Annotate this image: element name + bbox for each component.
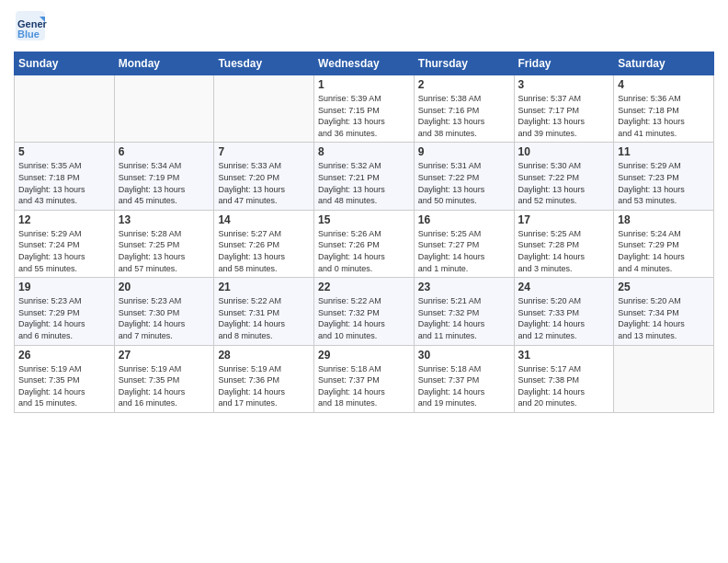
calendar-cell: 5Sunrise: 5:35 AM Sunset: 7:18 PM Daylig… (15, 143, 115, 210)
calendar-week-row: 19Sunrise: 5:23 AM Sunset: 7:29 PM Dayli… (15, 278, 714, 345)
day-number: 27 (119, 349, 210, 362)
day-info: Sunrise: 5:25 AM Sunset: 7:27 PM Dayligh… (418, 228, 510, 274)
calendar-cell: 6Sunrise: 5:34 AM Sunset: 7:19 PM Daylig… (114, 143, 214, 210)
day-number: 4 (618, 78, 710, 91)
calendar-cell: 15Sunrise: 5:26 AM Sunset: 7:26 PM Dayli… (314, 210, 415, 277)
calendar-cell: 12Sunrise: 5:29 AM Sunset: 7:24 PM Dayli… (15, 210, 115, 277)
logo: General Blue (14, 9, 51, 46)
calendar-cell: 23Sunrise: 5:21 AM Sunset: 7:32 PM Dayli… (414, 278, 514, 345)
calendar-cell (614, 345, 714, 412)
day-number: 24 (518, 281, 610, 293)
day-info: Sunrise: 5:32 AM Sunset: 7:21 PM Dayligh… (318, 160, 410, 206)
calendar-cell: 25Sunrise: 5:20 AM Sunset: 7:34 PM Dayli… (614, 278, 714, 345)
calendar-cell: 22Sunrise: 5:22 AM Sunset: 7:32 PM Dayli… (314, 278, 415, 345)
weekday-header: Tuesday (214, 52, 314, 75)
day-number: 25 (618, 281, 710, 293)
svg-text:Blue: Blue (17, 29, 40, 40)
header: General Blue (14, 9, 714, 46)
weekday-header: Thursday (414, 52, 514, 75)
calendar-week-row: 12Sunrise: 5:29 AM Sunset: 7:24 PM Dayli… (15, 210, 714, 277)
calendar-cell: 13Sunrise: 5:28 AM Sunset: 7:25 PM Dayli… (114, 210, 214, 277)
calendar-cell (114, 75, 214, 143)
day-number: 31 (518, 349, 610, 362)
day-number: 5 (18, 145, 110, 158)
day-info: Sunrise: 5:34 AM Sunset: 7:19 PM Dayligh… (119, 160, 210, 206)
day-info: Sunrise: 5:25 AM Sunset: 7:28 PM Dayligh… (518, 228, 610, 274)
day-info: Sunrise: 5:29 AM Sunset: 7:23 PM Dayligh… (618, 160, 710, 206)
day-info: Sunrise: 5:19 AM Sunset: 7:36 PM Dayligh… (218, 363, 310, 409)
day-info: Sunrise: 5:23 AM Sunset: 7:29 PM Dayligh… (18, 295, 110, 341)
day-info: Sunrise: 5:18 AM Sunset: 7:37 PM Dayligh… (318, 363, 410, 409)
day-number: 22 (318, 281, 410, 293)
day-number: 26 (18, 349, 110, 362)
day-info: Sunrise: 5:24 AM Sunset: 7:29 PM Dayligh… (618, 228, 710, 274)
day-info: Sunrise: 5:31 AM Sunset: 7:22 PM Dayligh… (418, 160, 510, 206)
weekday-header: Wednesday (314, 52, 415, 75)
day-info: Sunrise: 5:39 AM Sunset: 7:15 PM Dayligh… (318, 93, 410, 139)
day-number: 30 (418, 349, 510, 362)
calendar-cell: 3Sunrise: 5:37 AM Sunset: 7:17 PM Daylig… (514, 75, 614, 143)
calendar-cell: 2Sunrise: 5:38 AM Sunset: 7:16 PM Daylig… (414, 75, 514, 143)
calendar-cell: 14Sunrise: 5:27 AM Sunset: 7:26 PM Dayli… (214, 210, 314, 277)
day-info: Sunrise: 5:26 AM Sunset: 7:26 PM Dayligh… (318, 228, 410, 274)
day-number: 3 (518, 78, 610, 91)
day-number: 11 (618, 145, 710, 158)
day-number: 18 (618, 213, 710, 226)
calendar-cell: 18Sunrise: 5:24 AM Sunset: 7:29 PM Dayli… (614, 210, 714, 277)
day-info: Sunrise: 5:20 AM Sunset: 7:34 PM Dayligh… (618, 295, 710, 341)
day-info: Sunrise: 5:38 AM Sunset: 7:16 PM Dayligh… (418, 93, 510, 139)
day-number: 20 (119, 281, 210, 293)
calendar-cell: 20Sunrise: 5:23 AM Sunset: 7:30 PM Dayli… (114, 278, 214, 345)
calendar-week-row: 1Sunrise: 5:39 AM Sunset: 7:15 PM Daylig… (15, 75, 714, 143)
day-info: Sunrise: 5:21 AM Sunset: 7:32 PM Dayligh… (418, 295, 510, 341)
calendar-cell: 9Sunrise: 5:31 AM Sunset: 7:22 PM Daylig… (414, 143, 514, 210)
day-info: Sunrise: 5:18 AM Sunset: 7:37 PM Dayligh… (418, 363, 510, 409)
calendar-cell (15, 75, 115, 143)
calendar-cell: 28Sunrise: 5:19 AM Sunset: 7:36 PM Dayli… (214, 345, 314, 412)
day-info: Sunrise: 5:23 AM Sunset: 7:30 PM Dayligh… (119, 295, 210, 341)
day-info: Sunrise: 5:19 AM Sunset: 7:35 PM Dayligh… (18, 363, 110, 409)
calendar-week-row: 5Sunrise: 5:35 AM Sunset: 7:18 PM Daylig… (15, 143, 714, 210)
calendar-cell: 1Sunrise: 5:39 AM Sunset: 7:15 PM Daylig… (314, 75, 415, 143)
weekday-header: Sunday (15, 52, 115, 75)
day-info: Sunrise: 5:29 AM Sunset: 7:24 PM Dayligh… (18, 228, 110, 274)
day-number: 15 (318, 213, 410, 226)
calendar-cell: 19Sunrise: 5:23 AM Sunset: 7:29 PM Dayli… (15, 278, 115, 345)
day-number: 1 (318, 78, 410, 91)
calendar-cell: 24Sunrise: 5:20 AM Sunset: 7:33 PM Dayli… (514, 278, 614, 345)
day-number: 17 (518, 213, 610, 226)
calendar-cell (214, 75, 314, 143)
calendar-cell: 8Sunrise: 5:32 AM Sunset: 7:21 PM Daylig… (314, 143, 415, 210)
weekday-header-row: SundayMondayTuesdayWednesdayThursdayFrid… (15, 52, 714, 75)
day-info: Sunrise: 5:22 AM Sunset: 7:32 PM Dayligh… (318, 295, 410, 341)
calendar-cell: 17Sunrise: 5:25 AM Sunset: 7:28 PM Dayli… (514, 210, 614, 277)
calendar-cell: 4Sunrise: 5:36 AM Sunset: 7:18 PM Daylig… (614, 75, 714, 143)
calendar-cell: 30Sunrise: 5:18 AM Sunset: 7:37 PM Dayli… (414, 345, 514, 412)
day-info: Sunrise: 5:33 AM Sunset: 7:20 PM Dayligh… (218, 160, 310, 206)
calendar-cell: 31Sunrise: 5:17 AM Sunset: 7:38 PM Dayli… (514, 345, 614, 412)
day-number: 16 (418, 213, 510, 226)
page-container: General Blue SundayMondayTuesdayWednesda… (0, 0, 728, 422)
day-number: 12 (18, 213, 110, 226)
day-number: 8 (318, 145, 410, 158)
day-number: 21 (218, 281, 310, 293)
day-number: 6 (119, 145, 210, 158)
calendar-table: SundayMondayTuesdayWednesdayThursdayFrid… (14, 52, 714, 413)
day-info: Sunrise: 5:20 AM Sunset: 7:33 PM Dayligh… (518, 295, 610, 341)
weekday-header: Saturday (614, 52, 714, 75)
day-info: Sunrise: 5:27 AM Sunset: 7:26 PM Dayligh… (218, 228, 310, 274)
day-info: Sunrise: 5:22 AM Sunset: 7:31 PM Dayligh… (218, 295, 310, 341)
day-number: 9 (418, 145, 510, 158)
calendar-cell: 11Sunrise: 5:29 AM Sunset: 7:23 PM Dayli… (614, 143, 714, 210)
weekday-header: Friday (514, 52, 614, 75)
calendar-cell: 27Sunrise: 5:19 AM Sunset: 7:35 PM Dayli… (114, 345, 214, 412)
calendar-cell: 29Sunrise: 5:18 AM Sunset: 7:37 PM Dayli… (314, 345, 415, 412)
day-number: 10 (518, 145, 610, 158)
calendar-cell: 16Sunrise: 5:25 AM Sunset: 7:27 PM Dayli… (414, 210, 514, 277)
calendar-week-row: 26Sunrise: 5:19 AM Sunset: 7:35 PM Dayli… (15, 345, 714, 412)
day-number: 14 (218, 213, 310, 226)
day-number: 29 (318, 349, 410, 362)
day-number: 19 (18, 281, 110, 293)
day-info: Sunrise: 5:37 AM Sunset: 7:17 PM Dayligh… (518, 93, 610, 139)
day-info: Sunrise: 5:36 AM Sunset: 7:18 PM Dayligh… (618, 93, 710, 139)
